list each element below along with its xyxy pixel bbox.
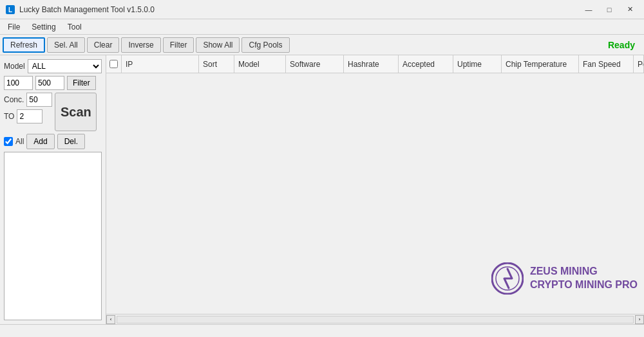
- clear-button[interactable]: Clear: [87, 37, 120, 53]
- horizontal-scrollbar[interactable]: ‹ ›: [106, 314, 644, 324]
- scroll-left-arrow[interactable]: ‹: [106, 315, 115, 324]
- menu-setting[interactable]: Setting: [26, 21, 61, 33]
- show-all-button[interactable]: Show All: [196, 37, 240, 53]
- all-checkbox-row: All: [4, 137, 24, 146]
- left-panel: Model ALL Filter Conc. TO Sc: [0, 55, 106, 324]
- th-ip: IP: [122, 55, 199, 73]
- status-bar: [0, 324, 644, 337]
- cfg-pools-button[interactable]: Cfg Pools: [242, 37, 289, 53]
- toolbar: Refresh Sel. All Clear Inverse Filter Sh…: [0, 35, 644, 55]
- th-chip-temp: Chip Temperature: [502, 55, 579, 73]
- main-layout: Model ALL Filter Conc. TO Sc: [0, 55, 644, 324]
- table-body: ZEUS MINING CRYPTO MINING PRO: [106, 73, 644, 314]
- app-title: Lucky Batch Management Tool v1.5.0.0: [19, 5, 155, 14]
- action-buttons: Add Del.: [26, 134, 85, 149]
- menu-file[interactable]: File: [3, 21, 25, 33]
- all-checkbox[interactable]: [4, 137, 13, 146]
- th-accepted: Accepted: [399, 55, 453, 73]
- window-controls: — □ ✕: [580, 3, 639, 16]
- table-header: IP Sort Model Software Hashrate Accepted…: [106, 55, 644, 73]
- to-label: TO: [4, 112, 14, 121]
- sel-all-button[interactable]: Sel. All: [47, 37, 85, 53]
- scroll-right-arrow[interactable]: ›: [635, 315, 644, 324]
- ip-to-input[interactable]: [35, 76, 64, 90]
- menu-tool[interactable]: Tool: [62, 21, 87, 33]
- minimize-button[interactable]: —: [580, 3, 598, 16]
- th-fan-speed: Fan Speed: [579, 55, 634, 73]
- scan-button[interactable]: Scan: [55, 93, 97, 131]
- maximize-button[interactable]: □: [600, 3, 618, 16]
- conc-label: Conc.: [4, 95, 24, 104]
- model-label: Model: [4, 62, 25, 71]
- conc-input[interactable]: [26, 93, 52, 107]
- status-ready: Ready: [608, 40, 641, 50]
- title-bar: L Lucky Batch Management Tool v1.5.0.0 —…: [0, 0, 644, 19]
- inverse-button[interactable]: Inverse: [121, 37, 160, 53]
- right-panel: IP Sort Model Software Hashrate Accepted…: [106, 55, 644, 324]
- checkbox-actions-row: All Add Del.: [4, 134, 102, 149]
- del-button[interactable]: Del.: [57, 134, 85, 149]
- zeus-logo-icon: [491, 262, 524, 295]
- header-checkbox[interactable]: [109, 60, 118, 68]
- th-uptime: Uptime: [453, 55, 502, 73]
- th-checkbox: [106, 55, 122, 73]
- th-hashrate: Hashrate: [344, 55, 399, 73]
- filter-button[interactable]: Filter: [163, 37, 194, 53]
- zeus-name2: CRYPTO MINING PRO: [530, 278, 638, 292]
- ip-from-input[interactable]: [4, 76, 33, 90]
- th-software: Software: [286, 55, 344, 73]
- th-power: Power: [634, 55, 644, 73]
- to-row: TO: [4, 109, 52, 123]
- model-select[interactable]: ALL: [28, 59, 102, 73]
- model-row: Model ALL: [4, 59, 102, 73]
- close-button[interactable]: ✕: [621, 3, 639, 16]
- th-model: Model: [234, 55, 286, 73]
- ip-range-row: Filter: [4, 76, 102, 90]
- svg-text:L: L: [8, 6, 12, 14]
- title-bar-left: L Lucky Batch Management Tool v1.5.0.0: [5, 5, 155, 15]
- zeus-branding: ZEUS MINING CRYPTO MINING PRO: [491, 262, 638, 295]
- conc-row: Conc.: [4, 93, 52, 107]
- ip-list-area: [4, 152, 102, 320]
- add-button[interactable]: Add: [26, 134, 54, 149]
- zeus-name1: ZEUS MINING: [530, 265, 638, 278]
- to-input[interactable]: [17, 109, 43, 123]
- zeus-text: ZEUS MINING CRYPTO MINING PRO: [530, 265, 638, 292]
- scan-row: Conc. TO Scan: [4, 93, 102, 131]
- menu-bar: File Setting Tool: [0, 19, 644, 35]
- all-label: All: [15, 137, 24, 146]
- refresh-button[interactable]: Refresh: [3, 37, 45, 53]
- scan-inputs: Conc. TO: [4, 93, 52, 123]
- scrollbar-track[interactable]: [117, 316, 634, 323]
- th-sort: Sort: [199, 55, 234, 73]
- left-filter-button[interactable]: Filter: [67, 76, 96, 90]
- app-icon: L: [5, 5, 15, 15]
